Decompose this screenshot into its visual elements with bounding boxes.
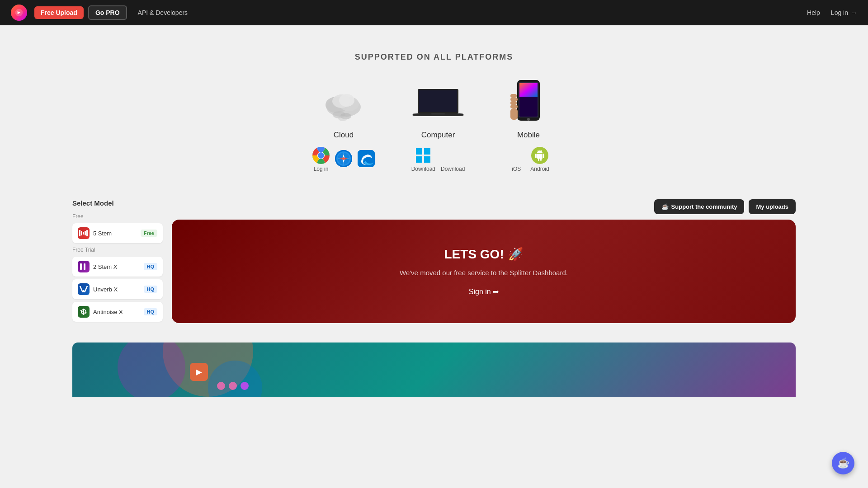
banner-arrow-icon: ▶ <box>196 367 202 377</box>
red-card-title: LETS GO! 🚀 <box>190 247 778 262</box>
edge-icon <box>358 150 375 167</box>
coffee-fab-icon: ☕ <box>837 457 849 469</box>
svg-rect-32 <box>510 105 518 108</box>
svg-rect-21 <box>419 90 457 112</box>
api-developers-link[interactable]: API & Developers <box>138 9 188 16</box>
cloud-icons: Log in <box>312 147 375 172</box>
bottom-banner: ▶ <box>72 343 796 397</box>
go-pro-button[interactable]: Go PRO <box>88 5 127 20</box>
chrome-icon-item[interactable]: Log in <box>312 147 330 172</box>
android-icon-item[interactable]: Android <box>530 147 549 172</box>
antinoisex-badge: HQ <box>144 308 158 315</box>
windows-download-label: Download <box>411 166 435 172</box>
category-free: Free <box>72 213 163 220</box>
banner-arrow-button[interactable]: ▶ <box>190 363 208 381</box>
2stemx-badge: HQ <box>144 263 158 270</box>
safari-icon <box>335 150 352 167</box>
select-model-title: Select Model <box>72 199 163 207</box>
svg-point-29 <box>527 118 530 121</box>
svg-rect-31 <box>519 83 538 97</box>
ios-apple-icon <box>508 147 525 164</box>
svg-rect-33 <box>510 101 517 105</box>
my-uploads-button[interactable]: My uploads <box>749 199 796 214</box>
safari-icon-item[interactable] <box>335 150 352 169</box>
chrome-icon <box>312 147 330 164</box>
antinoisex-icon <box>78 306 90 318</box>
model-5stem[interactable]: 5 Stem Free <box>72 223 163 243</box>
svg-rect-39 <box>83 232 84 235</box>
top-bar: ☕ Support the community My uploads <box>172 199 796 214</box>
apple-computer-icon-item[interactable]: Download <box>441 147 465 172</box>
svg-rect-19 <box>358 150 375 167</box>
computer-icons: Download Download <box>411 147 465 172</box>
svg-rect-24 <box>424 148 430 155</box>
coffee-fab-button[interactable]: ☕ <box>832 452 854 474</box>
coffee-icon: ☕ <box>661 203 669 210</box>
5stem-badge: Free <box>141 230 157 237</box>
svg-rect-41 <box>86 230 88 236</box>
svg-point-5 <box>339 94 354 107</box>
platform-cloud: Cloud <box>312 80 375 172</box>
red-card: LETS GO! 🚀 We've moved our free service … <box>172 220 796 323</box>
svg-point-11 <box>318 152 324 159</box>
2stemx-name: 2 Stem X <box>93 263 117 270</box>
main-card-area: ☕ Support the community My uploads LETS … <box>172 199 796 323</box>
mobile-label: Mobile <box>517 131 540 140</box>
svg-rect-38 <box>81 231 82 235</box>
edge-icon-item[interactable] <box>358 150 375 169</box>
select-model-panel: Select Model Free 5 Stem Fr <box>72 199 172 324</box>
unverbx-badge: HQ <box>144 286 158 293</box>
antinoisex-name: Antinoise X <box>93 309 123 315</box>
login-button[interactable]: Log in → <box>831 9 857 16</box>
red-card-subtitle: We've moved our free service to the Spli… <box>190 269 778 277</box>
banner-circles <box>217 382 249 390</box>
support-community-button[interactable]: ☕ Support the community <box>654 199 745 214</box>
platforms-section: SUPPORTED ON ALL PLATFORMS <box>0 43 868 190</box>
ios-icon-item[interactable]: iOS <box>508 147 525 172</box>
cloud-image <box>316 80 371 125</box>
category-free-trial: Free Trial <box>72 247 163 253</box>
svg-rect-42 <box>80 263 82 270</box>
chrome-label: Log in <box>314 166 329 172</box>
model-unverbx[interactable]: Unverb X HQ <box>72 279 163 299</box>
unverbx-name: Unverb X <box>93 286 118 293</box>
computer-image <box>411 80 465 125</box>
svg-rect-40 <box>85 231 86 235</box>
main-content: SUPPORTED ON ALL PLATFORMS <box>0 25 868 397</box>
ios-label: iOS <box>512 166 521 172</box>
svg-rect-35 <box>510 94 517 98</box>
apple-icon <box>444 147 462 164</box>
svg-rect-37 <box>79 230 80 236</box>
svg-rect-22 <box>431 113 445 114</box>
navbar: Free Upload Go PRO API & Developers Help… <box>0 0 868 25</box>
android-label: Android <box>530 166 549 172</box>
apple-download-label: Download <box>441 166 465 172</box>
signin-link[interactable]: Sign in ➡ <box>469 287 499 296</box>
svg-point-8 <box>338 116 347 121</box>
computer-label: Computer <box>421 131 455 140</box>
model-2stemx[interactable]: 2 Stem X HQ <box>72 257 163 277</box>
svg-rect-36 <box>510 108 518 120</box>
svg-rect-23 <box>416 148 422 155</box>
cloud-label: Cloud <box>334 131 354 140</box>
logo[interactable] <box>11 5 27 21</box>
5stem-icon <box>78 227 90 239</box>
free-upload-button[interactable]: Free Upload <box>34 6 84 19</box>
unverbx-icon <box>78 283 90 295</box>
windows-icon-item[interactable]: Download <box>411 147 435 172</box>
banner-shape-2 <box>118 343 185 397</box>
mobile-icons: iOS Android <box>508 147 549 172</box>
help-link[interactable]: Help <box>807 9 820 16</box>
platform-mobile: Mobile iOS Android <box>501 80 556 172</box>
svg-rect-34 <box>510 98 518 101</box>
android-icon <box>531 147 548 164</box>
mobile-image <box>501 80 556 125</box>
model-antinoisex[interactable]: Antinoise X HQ <box>72 302 163 322</box>
svg-rect-26 <box>424 156 430 163</box>
circle-1 <box>217 382 225 390</box>
platform-computer: Computer Download <box>411 80 465 172</box>
2stemx-icon <box>78 261 90 272</box>
5stem-name: 5 Stem <box>93 230 112 237</box>
svg-rect-43 <box>84 263 85 270</box>
windows-icon <box>415 147 432 164</box>
